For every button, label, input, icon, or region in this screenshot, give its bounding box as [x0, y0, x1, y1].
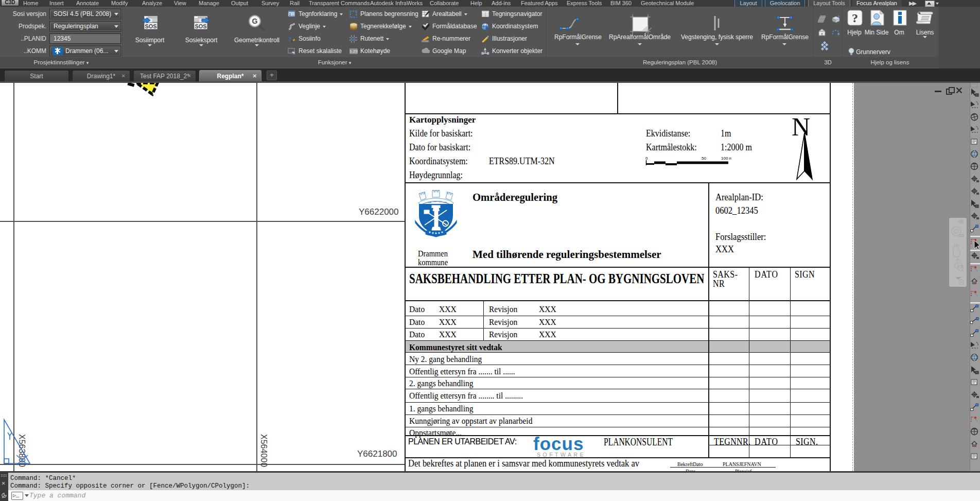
svg-text:?: ? — [288, 35, 292, 43]
svg-text:SOS: SOS — [145, 23, 156, 29]
svg-text:50: 50 — [702, 156, 706, 161]
svg-text:2D: 2D — [959, 233, 964, 238]
svg-text:0: 0 — [645, 156, 648, 161]
svg-text:?: ? — [852, 11, 858, 25]
svg-text:SOS: SOS — [195, 23, 206, 29]
svg-text:G: G — [252, 17, 258, 25]
svg-text:100 m: 100 m — [721, 156, 731, 161]
